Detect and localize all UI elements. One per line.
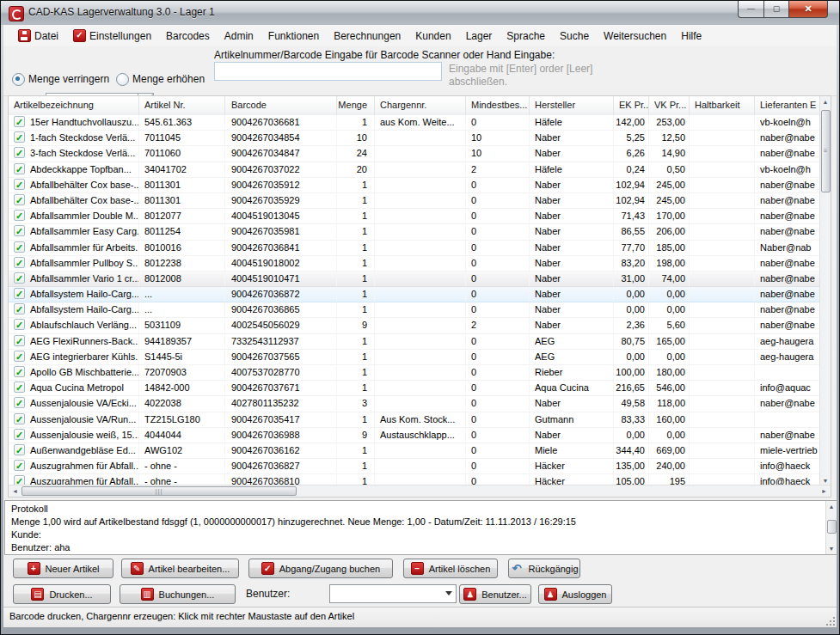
cell-chargennr bbox=[375, 302, 466, 317]
table-row[interactable]: ✓Auszugrahmen für Abfall...- ohne -90042… bbox=[9, 459, 819, 474]
menu-item-kunden[interactable]: Kunden bbox=[410, 28, 458, 44]
cell-ek: 31,00 bbox=[614, 272, 649, 286]
vertical-scroll-thumb[interactable]: ≡ bbox=[821, 110, 831, 192]
column-header-mindestbes[interactable]: Mindestbes... bbox=[466, 96, 530, 115]
scroll-left-icon[interactable]: ◄ bbox=[12, 488, 18, 494]
column-header-artikel-nr[interactable]: Artikel Nr. bbox=[139, 96, 225, 115]
menu-item-lager[interactable]: Lager bbox=[461, 28, 500, 44]
column-header-chargennr[interactable]: Chargennr. bbox=[375, 96, 466, 115]
cell-menge: 1 bbox=[337, 334, 375, 349]
cell-name: ✓1-fach Steckdose Verlä... bbox=[9, 131, 139, 145]
table-row[interactable]: ✓Apollo GB Mischbatterie...7207090340075… bbox=[9, 365, 819, 381]
cell-menge: 1 bbox=[337, 256, 375, 271]
column-header-lieferanten-e[interactable]: Lieferanten E bbox=[755, 96, 821, 115]
scroll-up-icon[interactable]: ▲ bbox=[820, 99, 831, 105]
table-row[interactable]: ✓Aqua Cucina Metropol14842-0009004267037… bbox=[9, 381, 819, 396]
minimize-button[interactable]: — bbox=[738, 1, 764, 18]
column-header-artikelbezeichnung[interactable]: Artikelbezeichnung bbox=[9, 96, 139, 115]
bookings-button[interactable]: Buchungen... bbox=[120, 584, 236, 604]
table-row[interactable]: ✓Abfallbehälter Cox base-...801130190042… bbox=[9, 178, 819, 193]
menu-item-funktionen[interactable]: Funktionen bbox=[263, 28, 327, 44]
decrease-quantity-radio[interactable] bbox=[12, 73, 25, 86]
cell-ek: 0,00 bbox=[614, 428, 649, 443]
menu-item-label: Hilfe bbox=[681, 30, 702, 42]
menu-item-admin[interactable]: Admin bbox=[219, 28, 261, 44]
table-row[interactable]: ✓Außenwandgebläse Ed...AWG10290042670361… bbox=[9, 443, 819, 459]
table-row[interactable]: ✓AEG integrierbarer Kühls...S1445-5i9004… bbox=[9, 350, 819, 365]
menu-item-suche[interactable]: Suche bbox=[555, 28, 597, 44]
cell-mindestbestand: 0 bbox=[466, 209, 530, 223]
column-header-barcode[interactable]: Barcode bbox=[225, 96, 337, 115]
table-row[interactable]: ✓Ablaufschlauch Verläng...50311094002545… bbox=[9, 318, 819, 333]
scroll-down-icon[interactable]: ▼ bbox=[826, 546, 837, 552]
delete-article-button[interactable]: Artikel löschen bbox=[403, 559, 498, 578]
cell-barcode: 9004267037671 bbox=[225, 381, 337, 395]
new-article-button[interactable]: Neuer Artikel bbox=[13, 559, 113, 578]
increase-quantity-radio[interactable] bbox=[116, 73, 129, 86]
cell-lieferant: naber@nabe bbox=[755, 193, 819, 208]
cell-lieferant: vb-koeln@h bbox=[755, 162, 819, 177]
cell-mindestbestand: 0 bbox=[466, 396, 530, 411]
close-button[interactable]: ✕ bbox=[788, 1, 828, 18]
vertical-scroll-thumb[interactable] bbox=[827, 520, 837, 534]
cell-hersteller: Naber bbox=[530, 302, 614, 317]
table-row[interactable]: ✓Auszugrahmen für Abfall...- ohne -90042… bbox=[9, 474, 819, 485]
undo-button[interactable]: Rückgängig bbox=[508, 559, 580, 578]
cell-artnr: 8010016 bbox=[139, 241, 225, 255]
table-row[interactable]: ✓Abdeckkappe Topfban...34041702900426703… bbox=[9, 162, 819, 178]
table-row[interactable]: ✓AEG FlexiRunners-Back...944189357733254… bbox=[9, 334, 819, 350]
scroll-right-icon[interactable]: ► bbox=[821, 488, 827, 494]
check-icon: ✓ bbox=[14, 179, 25, 190]
table-row[interactable]: ✓Abfallsammler Vario 1 cr...801200840045… bbox=[9, 272, 819, 287]
cell-chargennr bbox=[375, 256, 466, 271]
book-in-out-button[interactable]: Abgang/Zugang buchen bbox=[248, 559, 393, 578]
table-row[interactable]: ✓Abfallsammler Pullboy S...8012238400451… bbox=[9, 256, 819, 272]
menu-item-hilfe[interactable]: Hilfe bbox=[676, 28, 709, 44]
cell-chargennr bbox=[375, 334, 466, 349]
table-row[interactable]: ✓Aussenjalousie VA/Run...TZ215LG18090042… bbox=[9, 412, 819, 428]
cell-lieferant: naber@nabe bbox=[755, 256, 819, 271]
resize-grip[interactable] bbox=[825, 615, 835, 626]
print-label: Drucken... bbox=[49, 589, 92, 600]
menu-item-weitersuchen[interactable]: Weitersuchen bbox=[598, 28, 674, 44]
column-header-hersteller[interactable]: Hersteller bbox=[530, 96, 614, 115]
cell-menge: 1 bbox=[337, 443, 375, 458]
column-header-vk-pr[interactable]: VK Pr... bbox=[649, 96, 690, 115]
table-row[interactable]: ✓1-fach Steckdose Verlä...70110459004267… bbox=[9, 131, 819, 146]
table-row[interactable]: ✓Abfallsystem Hailo-Carg......9004267036… bbox=[9, 287, 819, 302]
table-horizontal-scrollbar[interactable]: ◄ ||| ► bbox=[9, 485, 831, 497]
menu-item-einstellungen[interactable]: Einstellungen bbox=[68, 27, 159, 44]
cell-haltbarkeit bbox=[690, 334, 755, 349]
menu-item-berechnungen[interactable]: Berechnungen bbox=[328, 28, 408, 44]
column-header-ek-pr[interactable]: EK Pr... bbox=[614, 96, 649, 115]
table-row[interactable]: ✓Aussenjalousie VA/Ecki...40220384027801… bbox=[9, 396, 819, 412]
menu-item-datei[interactable]: Datei bbox=[13, 27, 66, 44]
scroll-up-icon[interactable]: ▲ bbox=[826, 504, 837, 510]
table-row[interactable]: ✓Abfallsammler Double M...80120774004519… bbox=[9, 209, 819, 224]
menu-item-barcodes[interactable]: Barcodes bbox=[161, 28, 218, 44]
table-vertical-scrollbar[interactable]: ▲ ≡ ▼ bbox=[819, 96, 831, 486]
protocol-scrollbar[interactable]: ▲ ▼ bbox=[825, 501, 837, 554]
maximize-button[interactable]: ▢ bbox=[763, 1, 789, 18]
column-header-haltbarkeit[interactable]: Haltbarkeit bbox=[690, 96, 755, 115]
edit-article-button[interactable]: Artikel bearbeiten... bbox=[121, 559, 239, 578]
horizontal-scroll-thumb[interactable]: ||| bbox=[21, 486, 297, 496]
table-row[interactable]: ✓Aussenjalousie weiß, 15...4044044900426… bbox=[9, 428, 819, 443]
logout-button[interactable]: Ausloggen bbox=[538, 584, 612, 604]
column-header-menge[interactable]: Menge bbox=[337, 96, 375, 115]
table-row[interactable]: ✓Abfallsammler für Arbeits...80100169004… bbox=[9, 241, 819, 256]
cell-name: ✓AEG integrierbarer Kühls... bbox=[9, 350, 139, 364]
table-row[interactable]: ✓15er Handtuchvollauszu...545.61.3639004… bbox=[9, 115, 819, 131]
user-dropdown[interactable] bbox=[329, 584, 457, 603]
table-row[interactable]: ✓3-fach Steckdose Verlä...70110609004267… bbox=[9, 146, 819, 162]
barcode-input[interactable] bbox=[214, 62, 442, 81]
scroll-down-icon[interactable]: ▼ bbox=[820, 478, 831, 484]
table-row[interactable]: ✓Abfallbehälter Cox base-...801130190042… bbox=[9, 193, 819, 209]
table-row[interactable]: ✓Abfallsammler Easy Carg...8011254900426… bbox=[9, 224, 819, 240]
menu-item-sprache[interactable]: Sprache bbox=[501, 28, 553, 44]
cell-menge: 1 bbox=[337, 193, 375, 208]
cell-menge: 1 bbox=[337, 350, 375, 364]
table-row[interactable]: ✓Abfallsystem Hailo-Carg......9004267036… bbox=[9, 302, 819, 318]
print-button[interactable]: Drucken... bbox=[13, 584, 111, 604]
users-button[interactable]: Benutzer... bbox=[459, 584, 531, 604]
